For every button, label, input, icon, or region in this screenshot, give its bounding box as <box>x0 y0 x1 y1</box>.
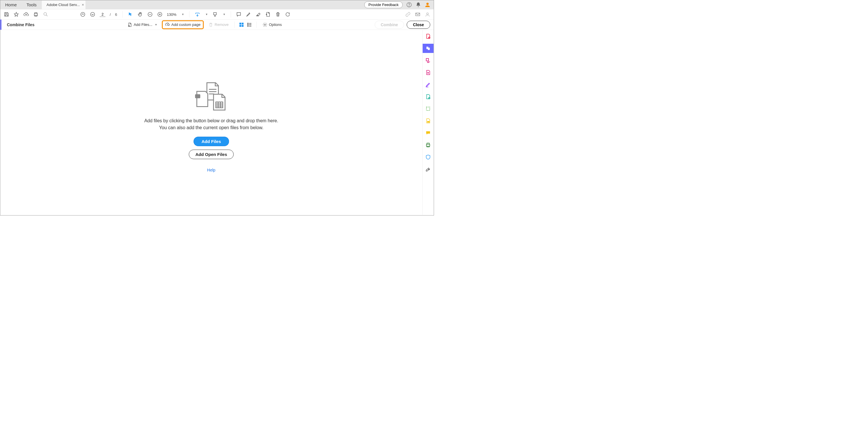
highlight-icon[interactable] <box>246 12 251 17</box>
rail-combine-files-icon[interactable] <box>423 44 433 53</box>
rail-more-tools-icon[interactable] <box>423 165 433 174</box>
page-separator: / <box>110 12 111 17</box>
close-button[interactable]: Close <box>407 21 430 29</box>
svg-rect-28 <box>426 144 430 146</box>
main-toolbar: / 6 130%▼ ▼ ▼ <box>0 9 434 20</box>
rail-print-icon[interactable] <box>423 140 433 150</box>
svg-rect-14 <box>242 23 243 25</box>
mail-icon[interactable] <box>415 12 421 17</box>
tab-home[interactable]: Home <box>0 0 22 9</box>
notifications-icon[interactable] <box>415 2 421 7</box>
account-icon[interactable] <box>425 2 430 7</box>
add-custom-page-label: Add custom page <box>172 23 200 27</box>
fit-dropdown-caret[interactable]: ▼ <box>205 13 208 16</box>
hand-tool-icon[interactable] <box>137 12 143 17</box>
add-file-icon <box>127 22 132 27</box>
add-files-dropdown[interactable]: Add Files...▼ <box>125 21 159 28</box>
selection-tool-icon[interactable] <box>128 12 133 17</box>
cloud-upload-icon[interactable] <box>23 12 29 17</box>
rail-redact-icon[interactable] <box>423 116 433 126</box>
svg-point-17 <box>248 23 248 24</box>
svg-rect-9 <box>214 13 217 15</box>
rail-organize-icon[interactable] <box>423 56 433 65</box>
zoom-out-icon[interactable] <box>147 12 153 17</box>
options-button[interactable]: Options <box>260 21 284 28</box>
add-files-button[interactable]: Add Files <box>193 137 229 146</box>
svg-point-11 <box>427 13 428 14</box>
rail-protect-icon[interactable] <box>423 153 433 162</box>
svg-point-5 <box>81 12 85 16</box>
zoom-dropdown-caret[interactable]: ▼ <box>182 13 184 16</box>
svg-rect-13 <box>240 23 241 25</box>
right-tool-rail <box>423 30 433 215</box>
svg-point-4 <box>44 13 46 15</box>
svg-rect-3 <box>34 14 37 15</box>
gear-icon <box>262 22 268 27</box>
svg-rect-10 <box>415 13 420 16</box>
add-custom-page-button[interactable]: Add custom page <box>162 20 204 29</box>
page-down-icon[interactable] <box>90 12 95 17</box>
help-icon[interactable] <box>406 2 412 7</box>
close-tab-icon[interactable]: × <box>82 3 84 7</box>
rail-crop-icon[interactable] <box>423 104 433 113</box>
delete-icon[interactable] <box>275 12 280 17</box>
combine-files-title: Combine Files <box>7 23 35 27</box>
page-display-icon[interactable] <box>212 12 218 17</box>
insert-page-icon[interactable] <box>265 12 271 17</box>
combine-button: Combine <box>375 21 404 29</box>
fit-width-icon[interactable] <box>195 12 200 17</box>
empty-state: Add files by clicking the button below o… <box>144 80 278 172</box>
rail-create-pdf-icon[interactable] <box>423 32 433 41</box>
rail-export-icon[interactable] <box>423 68 433 77</box>
comment-icon[interactable] <box>236 12 241 17</box>
content-area[interactable]: Add files by clicking the button below o… <box>0 30 422 215</box>
svg-rect-15 <box>240 25 241 27</box>
svg-point-20 <box>265 24 266 25</box>
svg-point-19 <box>248 26 248 26</box>
svg-rect-21 <box>195 94 200 98</box>
svg-point-18 <box>248 25 248 25</box>
empty-line1: Add files by clicking the button below o… <box>144 117 278 124</box>
sign-icon[interactable] <box>255 12 261 17</box>
help-link[interactable]: Help <box>144 168 278 172</box>
options-label: Options <box>269 23 282 27</box>
svg-rect-27 <box>427 122 429 122</box>
provide-feedback-button[interactable]: Provide Feedback <box>364 1 403 8</box>
list-view-icon[interactable] <box>247 22 252 27</box>
search-icon[interactable] <box>43 12 49 17</box>
page-total: 6 <box>115 12 117 17</box>
share-profile-icon[interactable] <box>425 12 430 17</box>
print-icon[interactable] <box>33 12 39 17</box>
link-icon[interactable] <box>405 12 411 17</box>
add-open-files-button[interactable]: Add Open Files <box>189 150 234 159</box>
add-files-label: Add Files... <box>134 23 152 27</box>
page-number-input[interactable] <box>100 12 105 17</box>
rotate-icon[interactable] <box>285 12 290 17</box>
rail-edit-pdf-icon[interactable] <box>423 92 433 101</box>
rail-comment-icon[interactable] <box>423 128 433 137</box>
svg-rect-24 <box>426 58 429 61</box>
empty-line2: You can also add the current open files … <box>144 124 278 131</box>
zoom-value[interactable]: 130% <box>167 12 176 17</box>
thumbnail-view-icon[interactable] <box>239 22 244 27</box>
accent-bar <box>0 20 1 30</box>
files-illustration-icon <box>191 80 231 114</box>
star-icon[interactable] <box>13 12 19 17</box>
svg-point-2 <box>427 3 429 5</box>
tab-document-label: Adobe Cloud Serv... <box>46 3 80 7</box>
page-up-icon[interactable] <box>80 12 86 17</box>
tab-document-active[interactable]: Adobe Cloud Serv... × <box>41 0 86 9</box>
cloud-loop-icon <box>165 22 170 27</box>
svg-rect-16 <box>242 25 243 27</box>
tab-tools[interactable]: Tools <box>22 0 41 9</box>
page-display-caret[interactable]: ▼ <box>223 13 225 16</box>
app-tab-bar: Home Tools Adobe Cloud Serv... × Provide… <box>0 0 434 9</box>
svg-point-6 <box>90 12 94 16</box>
svg-rect-26 <box>426 107 430 110</box>
zoom-in-icon[interactable] <box>157 12 162 17</box>
save-icon[interactable] <box>4 12 9 17</box>
remove-label: Remove <box>215 23 228 27</box>
rail-fillsign-icon[interactable] <box>423 80 433 89</box>
combine-files-toolbar: Combine Files Add Files...▼ Add custom p… <box>0 20 434 30</box>
trash-icon <box>208 22 213 27</box>
